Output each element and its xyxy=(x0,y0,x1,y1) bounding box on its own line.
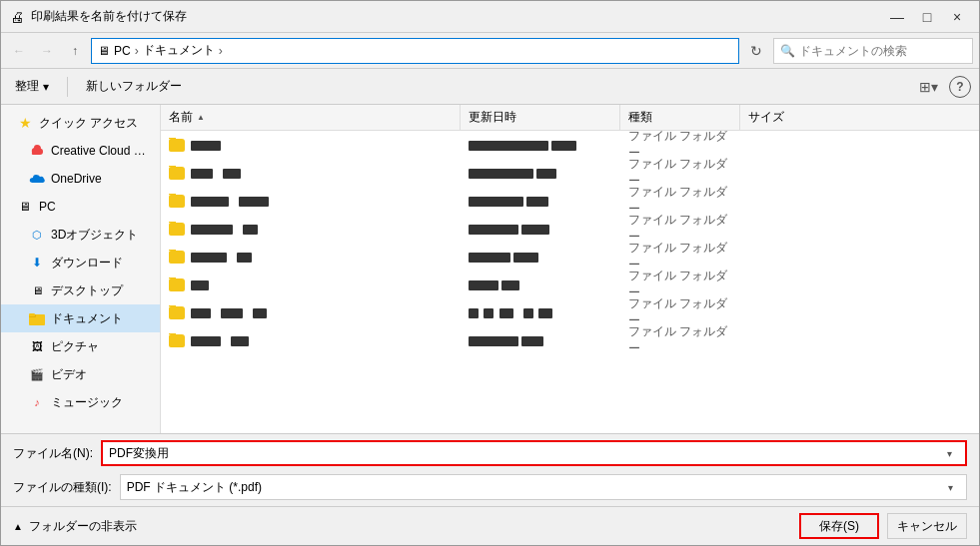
crumb-pc: PC xyxy=(114,44,131,58)
organize-arrow-icon: ▾ xyxy=(43,80,49,94)
onedrive-icon xyxy=(29,171,45,187)
folder-icon xyxy=(169,167,185,180)
address-breadcrumb[interactable]: 🖥 PC › ドキュメント › xyxy=(91,38,739,64)
folder-icon xyxy=(169,251,185,264)
table-row[interactable]: ファイル フォルダー xyxy=(161,215,979,243)
bottom-area: ファイル名(N): ▾ ファイルの種類(I): PDF ドキュメント (*.pd… xyxy=(1,433,979,545)
refresh-button[interactable]: ↻ xyxy=(743,38,769,64)
view-toggle-button[interactable]: ⊞▾ xyxy=(915,74,941,100)
column-date[interactable]: 更新日時 xyxy=(461,105,620,130)
sidebar-item-pc-label: PC xyxy=(39,200,152,214)
filename-input-wrapper: ▾ xyxy=(101,440,967,466)
file-name xyxy=(191,305,267,319)
folder-icon xyxy=(169,334,185,347)
sidebar-item-pc[interactable]: 🖥 PC xyxy=(1,193,160,221)
table-row[interactable]: ファイル フォルダー xyxy=(161,159,979,187)
filename-dropdown-button[interactable]: ▾ xyxy=(939,441,959,465)
close-button[interactable]: × xyxy=(943,3,971,31)
table-row[interactable]: ファイル フォルダー xyxy=(161,187,979,215)
sidebar-item-creative-cloud-label: Creative Cloud File xyxy=(51,144,152,158)
save-button[interactable]: 保存(S) xyxy=(799,513,879,539)
folder-icon xyxy=(169,139,185,152)
sidebar-item-desktop[interactable]: 🖥 デスクトップ xyxy=(1,276,160,304)
file-name xyxy=(191,194,269,208)
sidebar-item-3d-objects[interactable]: ⬡ 3Dオブジェクト xyxy=(1,221,160,249)
file-name xyxy=(191,333,249,347)
breadcrumb-icon: 🖥 xyxy=(98,44,110,58)
maximize-button[interactable]: □ xyxy=(913,3,941,31)
downloads-icon: ⬇ xyxy=(29,255,45,271)
folder-toggle-label: フォルダーの非表示 xyxy=(29,518,137,535)
sidebar-item-quick-access[interactable]: ★ クイック アクセス xyxy=(1,109,160,137)
music-icon: ♪ xyxy=(29,394,45,410)
sidebar-item-music[interactable]: ♪ ミュージック xyxy=(1,388,160,416)
desktop-icon: 🖥 xyxy=(29,282,45,298)
sidebar-item-pictures-label: ピクチャ xyxy=(51,338,152,355)
folder-toggle[interactable]: ▲ フォルダーの非表示 xyxy=(13,518,137,535)
sidebar-item-pictures[interactable]: 🖼 ピクチャ xyxy=(1,332,160,360)
toolbar-right: ⊞▾ ? xyxy=(915,74,971,100)
file-name xyxy=(191,138,221,152)
sidebar-item-music-label: ミュージック xyxy=(51,394,152,411)
file-list-body: ファイル フォルダー ファイル フォルダー xyxy=(161,131,979,433)
sidebar-item-onedrive-label: OneDrive xyxy=(51,172,152,186)
table-row[interactable]: ファイル フォルダー xyxy=(161,243,979,271)
sidebar-item-downloads-label: ダウンロード xyxy=(51,255,152,272)
sidebar-item-desktop-label: デスクトップ xyxy=(51,282,152,299)
sidebar-item-3d-objects-label: 3Dオブジェクト xyxy=(51,227,152,244)
filename-input[interactable] xyxy=(109,446,939,460)
svg-rect-2 xyxy=(29,313,35,316)
sidebar-item-videos-label: ビデオ xyxy=(51,366,152,383)
new-folder-label: 新しいフォルダー xyxy=(86,78,182,95)
crumb-documents: ドキュメント xyxy=(143,42,215,59)
documents-icon xyxy=(29,310,45,326)
pictures-icon: 🖼 xyxy=(29,338,45,354)
filetype-select-wrapper[interactable]: PDF ドキュメント (*.pdf) ▾ xyxy=(120,474,967,500)
title-bar: 🖨 印刷結果を名前を付けて保存 — □ × xyxy=(1,1,979,33)
sidebar-item-quick-access-label: クイック アクセス xyxy=(39,115,152,132)
sidebar-item-onedrive[interactable]: OneDrive xyxy=(1,165,160,193)
table-row[interactable]: ファイル フォルダー xyxy=(161,298,979,326)
3d-objects-icon: ⬡ xyxy=(29,227,45,243)
toolbar-separator xyxy=(67,77,68,97)
organize-label: 整理 xyxy=(15,78,39,95)
folder-icon xyxy=(169,195,185,208)
file-name xyxy=(191,277,209,291)
creative-cloud-icon xyxy=(29,143,45,159)
filetype-dropdown-button[interactable]: ▾ xyxy=(940,475,960,499)
videos-icon: 🎬 xyxy=(29,366,45,382)
organize-button[interactable]: 整理 ▾ xyxy=(9,73,55,101)
sidebar-item-creative-cloud[interactable]: Creative Cloud File xyxy=(1,137,160,165)
help-button[interactable]: ? xyxy=(949,76,971,98)
sort-arrow-icon: ▲ xyxy=(197,113,205,122)
file-name xyxy=(191,222,258,236)
window-controls: — □ × xyxy=(883,3,971,31)
sidebar-item-documents[interactable]: ドキュメント xyxy=(1,304,160,332)
sidebar-item-documents-label: ドキュメント xyxy=(51,310,152,327)
column-name[interactable]: 名前 ▲ xyxy=(161,105,461,130)
filename-row: ファイル名(N): ▾ xyxy=(1,434,979,472)
filetype-label: ファイルの種類(I): xyxy=(13,479,112,496)
column-type[interactable]: 種類 xyxy=(620,105,740,130)
table-row[interactable]: ファイル フォルダー xyxy=(161,326,979,354)
new-folder-button[interactable]: 新しいフォルダー xyxy=(80,73,188,101)
sidebar-item-downloads[interactable]: ⬇ ダウンロード xyxy=(1,249,160,276)
table-row[interactable]: ファイル フォルダー xyxy=(161,271,979,298)
search-box: 🔍 xyxy=(773,38,973,64)
search-input[interactable] xyxy=(799,44,966,58)
pc-icon: 🖥 xyxy=(17,199,33,215)
column-size[interactable]: サイズ xyxy=(740,105,979,130)
back-button[interactable]: ← xyxy=(7,39,31,63)
action-row: ▲ フォルダーの非表示 保存(S) キャンセル xyxy=(1,506,979,545)
main-area: ★ クイック アクセス Creative Cloud File OneDrive xyxy=(1,105,979,433)
cancel-button[interactable]: キャンセル xyxy=(887,513,967,539)
folder-icon xyxy=(169,278,185,291)
dialog-icon: 🖨 xyxy=(9,9,25,25)
sidebar-item-videos[interactable]: 🎬 ビデオ xyxy=(1,360,160,388)
table-row[interactable]: ファイル フォルダー xyxy=(161,131,979,159)
forward-button[interactable]: → xyxy=(35,39,59,63)
folder-icon xyxy=(169,223,185,236)
minimize-button[interactable]: — xyxy=(883,3,911,31)
quick-access-icon: ★ xyxy=(17,115,33,131)
up-button[interactable]: ↑ xyxy=(63,39,87,63)
